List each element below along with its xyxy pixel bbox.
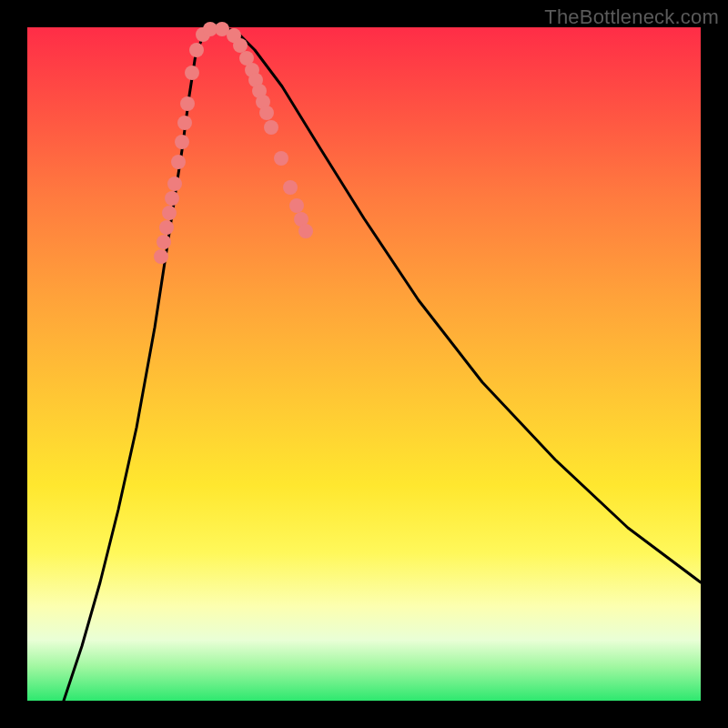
highlight-dot xyxy=(259,106,274,120)
highlight-dot xyxy=(157,235,171,249)
chart-plot-area xyxy=(27,27,701,701)
highlight-dot xyxy=(177,116,192,130)
highlight-dot xyxy=(185,66,199,80)
highlight-dot xyxy=(154,249,168,264)
highlight-dot xyxy=(162,206,177,220)
highlight-dot xyxy=(233,38,248,53)
highlight-dot xyxy=(180,96,195,111)
chart-frame: TheBottleneck.com xyxy=(0,0,728,728)
highlight-dot xyxy=(167,177,182,191)
highlight-dot xyxy=(289,198,304,213)
highlight-dot xyxy=(159,220,174,235)
highlight-dot xyxy=(165,191,179,206)
watermark-text: TheBottleneck.com xyxy=(544,5,719,29)
highlight-dot xyxy=(171,155,186,169)
bottleneck-curve xyxy=(64,27,701,701)
chart-svg xyxy=(27,27,701,701)
highlight-dot xyxy=(298,224,313,238)
highlight-dot xyxy=(274,151,288,166)
highlight-dot xyxy=(189,43,204,57)
highlight-dot xyxy=(175,135,189,149)
highlight-dot xyxy=(283,180,298,195)
highlight-dot xyxy=(264,120,278,135)
highlight-dots xyxy=(154,22,313,264)
